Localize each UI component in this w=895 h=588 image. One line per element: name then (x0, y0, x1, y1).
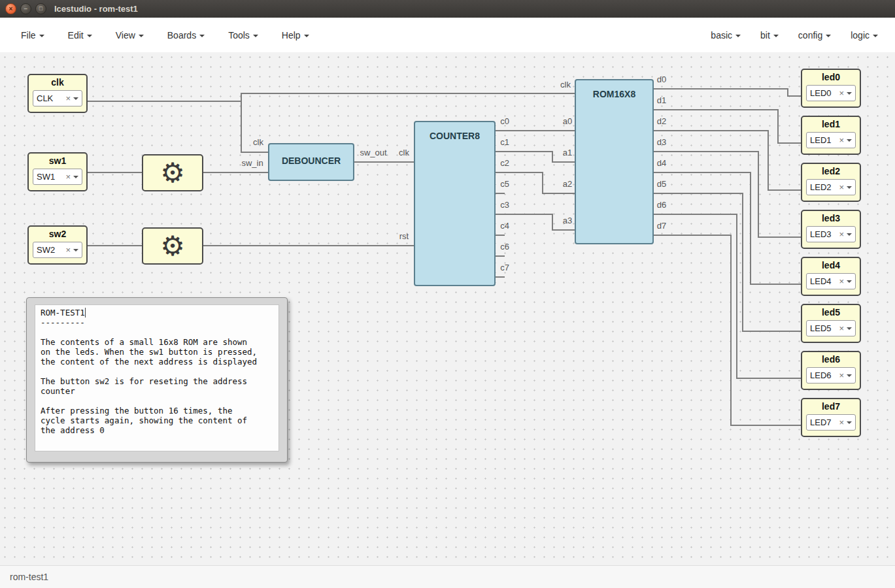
port-label-counter-out: c4 (500, 221, 509, 231)
note-text-area[interactable]: ROM-TEST1 --------- The contents of a sm… (35, 304, 279, 451)
port-label-rom-data: d6 (657, 200, 666, 210)
clear-icon[interactable]: × (839, 370, 844, 380)
port-label-counter-out: c0 (500, 116, 509, 126)
led2-output-block[interactable]: led2 LED2 × (801, 163, 861, 202)
chevron-down-icon (847, 233, 852, 236)
chevron-down-icon (73, 97, 78, 100)
sw2-input-block[interactable]: sw2 SW2 × (27, 225, 88, 265)
pin-value: LED2 (810, 182, 839, 192)
clear-icon[interactable]: × (839, 229, 844, 239)
port-label-rom-addr: a1 (563, 148, 572, 157)
chevron-down-icon (847, 92, 852, 95)
block-title: clk (29, 77, 86, 88)
gear-block-sw1[interactable]: ⚙ (142, 154, 203, 191)
clk-input-block[interactable]: clk CLK × (27, 74, 88, 113)
port-label-rom-data: d5 (657, 179, 666, 189)
block-title: led5 (802, 307, 860, 318)
clear-icon[interactable]: × (65, 245, 71, 255)
clear-icon[interactable]: × (839, 417, 844, 427)
clear-icon[interactable]: × (839, 276, 844, 286)
pin-value: CLK (37, 93, 65, 103)
port-label-counter-out: c6 (500, 242, 509, 252)
pin-select[interactable]: LED6 × (806, 367, 856, 384)
clear-icon[interactable]: × (65, 93, 71, 103)
port-label-counter-out: c5 (500, 179, 509, 189)
led0-output-block[interactable]: led0 LED0 × (801, 69, 861, 108)
pin-value: SW1 (37, 172, 65, 182)
debouncer-block[interactable]: DEBOUNCER (268, 143, 354, 181)
note-text: ROM-TEST1 --------- The contents of a sm… (41, 308, 273, 435)
port-label-rom-data: d2 (657, 116, 666, 126)
rom16x8-block[interactable]: ROM16X8 (575, 79, 654, 244)
wire-d7-led7[interactable] (654, 235, 801, 425)
pin-select[interactable]: CLK × (33, 90, 82, 106)
gear-block-sw2[interactable]: ⚙ (142, 227, 203, 265)
wire-d3-led3[interactable] (654, 152, 801, 237)
block-title: DEBOUNCER (269, 144, 353, 166)
port-label-counter-rst: rst (399, 231, 409, 241)
gear-icon: ⚙ (160, 233, 185, 260)
pin-select[interactable]: LED3 × (806, 226, 856, 242)
led3-output-block[interactable]: led3 LED3 × (801, 210, 861, 249)
chevron-down-icon (73, 249, 78, 252)
block-title: led3 (802, 213, 860, 223)
sw1-input-block[interactable]: sw1 SW1 × (27, 152, 88, 191)
led5-output-block[interactable]: led5 LED5 × (801, 304, 861, 343)
note-body: --------- The contents of a small 16x8 R… (41, 318, 257, 435)
port-label-rom-addr: a2 (563, 179, 572, 189)
clear-icon[interactable]: × (839, 182, 844, 192)
port-label-counter-out: c1 (500, 137, 509, 147)
port-label-rom-addr: a0 (563, 116, 572, 126)
led6-output-block[interactable]: led6 LED6 × (801, 351, 861, 390)
statusbar: rom-test1 (0, 565, 895, 588)
clear-icon[interactable]: × (65, 172, 71, 182)
block-title: led0 (802, 72, 860, 82)
gear-icon: ⚙ (160, 159, 185, 187)
port-label-rom-data: d1 (657, 95, 666, 105)
wire-layer (0, 0, 895, 588)
pin-value: LED0 (810, 88, 839, 98)
pin-select[interactable]: LED7 × (806, 414, 856, 431)
info-note-block[interactable]: ROM-TEST1 --------- The contents of a sm… (26, 297, 288, 463)
wire-d0-led0[interactable] (654, 89, 801, 96)
pin-select[interactable]: SW1 × (33, 169, 82, 185)
pin-select[interactable]: LED0 × (806, 85, 856, 101)
wire-d6-led6[interactable] (654, 214, 801, 378)
pin-select[interactable]: LED2 × (806, 179, 856, 195)
wire-d4-led4[interactable] (654, 172, 801, 284)
port-label-counter-out: c7 (500, 263, 509, 272)
wire-d2-led2[interactable] (654, 131, 801, 190)
led7-output-block[interactable]: led7 LED7 × (801, 398, 861, 437)
clear-icon[interactable]: × (839, 135, 844, 145)
block-title: led7 (802, 401, 860, 412)
chevron-down-icon (847, 374, 852, 377)
port-label-counter-out: c2 (500, 158, 509, 168)
pin-select[interactable]: LED1 × (806, 132, 856, 148)
pin-select[interactable]: SW2 × (33, 242, 82, 258)
clear-icon[interactable]: × (839, 323, 844, 333)
wire-d1-led1[interactable] (654, 110, 801, 143)
wire-clk-to-rom[interactable] (88, 93, 575, 101)
chevron-down-icon (847, 421, 852, 424)
port-label-counter-clk: clk (399, 148, 409, 157)
port-label-rom-data: d4 (657, 158, 666, 168)
pin-select[interactable]: LED5 × (806, 320, 856, 336)
block-title: COUNTER8 (415, 122, 494, 141)
led4-output-block[interactable]: led4 LED4 × (801, 257, 861, 296)
pin-select[interactable]: LED4 × (806, 273, 856, 289)
port-label-debouncer-sw-out: sw_out (360, 148, 386, 157)
led1-output-block[interactable]: led1 LED1 × (801, 116, 861, 155)
pin-value: SW2 (37, 245, 65, 255)
block-title: sw2 (29, 229, 86, 239)
chevron-down-icon (847, 186, 852, 189)
port-label-rom-data: d3 (657, 137, 666, 147)
block-title: led1 (802, 119, 860, 129)
clear-icon[interactable]: × (839, 88, 844, 98)
counter8-block[interactable]: COUNTER8 (414, 121, 496, 286)
port-label-rom-clk: clk (560, 80, 571, 90)
pin-value: LED6 (810, 370, 839, 380)
port-label-rom-data: d0 (657, 74, 666, 84)
block-title: led6 (802, 354, 860, 365)
port-label-rom-data: d7 (657, 221, 666, 231)
chevron-down-icon (847, 280, 852, 283)
